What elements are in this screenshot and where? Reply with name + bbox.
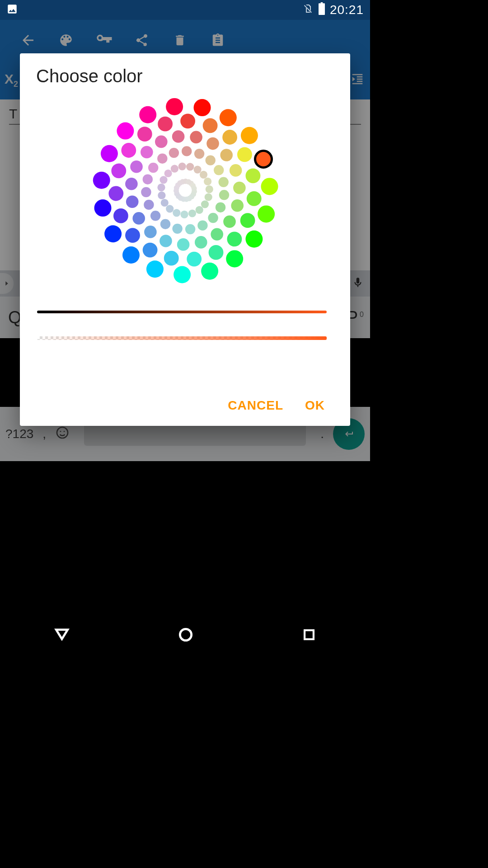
color-swatch[interactable] [229, 164, 242, 177]
color-swatch[interactable] [170, 165, 178, 173]
color-swatch[interactable] [199, 171, 207, 179]
color-swatch[interactable] [195, 236, 207, 249]
color-swatch[interactable] [157, 184, 165, 191]
color-swatch[interactable] [160, 219, 170, 229]
color-swatch[interactable] [180, 211, 188, 218]
color-swatch[interactable] [208, 245, 223, 260]
color-swatch[interactable] [142, 175, 152, 184]
color-swatch[interactable] [93, 172, 110, 189]
cancel-button[interactable]: CANCEL [228, 398, 283, 413]
color-swatch[interactable] [205, 155, 215, 165]
color-swatch[interactable] [139, 106, 156, 123]
color-swatch[interactable] [177, 238, 189, 251]
color-swatch[interactable] [261, 178, 278, 195]
color-swatch[interactable] [141, 187, 151, 197]
color-swatch[interactable] [219, 190, 229, 200]
color-swatch[interactable] [121, 143, 136, 158]
color-swatch[interactable] [220, 149, 233, 161]
color-swatch[interactable] [158, 117, 173, 132]
color-swatch[interactable] [215, 203, 225, 212]
color-swatch[interactable] [180, 113, 195, 128]
color-swatch[interactable] [172, 224, 182, 234]
color-swatch[interactable] [164, 251, 178, 266]
color-swatch[interactable] [206, 137, 219, 150]
color-swatch[interactable] [218, 177, 228, 187]
color-swatch[interactable] [246, 191, 261, 206]
color-swatch[interactable] [187, 252, 202, 267]
color-swatch[interactable] [160, 235, 172, 247]
color-swatch[interactable] [197, 221, 207, 231]
color-swatch[interactable] [237, 147, 252, 162]
color-swatch[interactable] [126, 195, 138, 208]
color-swatch[interactable] [144, 226, 157, 238]
nav-recent-button[interactable] [301, 627, 317, 644]
color-swatch[interactable] [186, 163, 194, 170]
color-swatch[interactable] [240, 213, 255, 228]
color-swatch[interactable] [188, 209, 196, 217]
color-swatch[interactable] [178, 163, 186, 170]
nav-home-button[interactable] [177, 626, 194, 645]
color-swatch[interactable] [255, 151, 272, 168]
color-swatch[interactable] [201, 263, 218, 280]
color-swatch[interactable] [111, 164, 126, 179]
color-swatch[interactable] [190, 131, 202, 144]
color-swatch[interactable] [211, 228, 223, 241]
color-swatch[interactable] [144, 200, 154, 210]
color-swatch[interactable] [169, 148, 178, 158]
color-swatch[interactable] [100, 145, 117, 162]
brightness-slider[interactable] [37, 304, 333, 320]
color-swatch[interactable] [132, 212, 145, 225]
color-swatch[interactable] [150, 211, 160, 221]
color-swatch[interactable] [186, 179, 191, 184]
color-swatch[interactable] [193, 166, 201, 174]
color-swatch[interactable] [148, 163, 158, 173]
color-swatch[interactable] [108, 186, 123, 201]
color-swatch[interactable] [164, 170, 172, 177]
color-swatch[interactable] [142, 243, 157, 258]
color-swatch[interactable] [141, 146, 153, 159]
color-swatch[interactable] [219, 109, 236, 126]
color-swatch[interactable] [174, 266, 191, 283]
color-swatch[interactable] [125, 178, 138, 190]
color-swatch[interactable] [182, 146, 192, 156]
color-swatch[interactable] [205, 185, 213, 193]
ok-button[interactable]: OK [305, 398, 325, 413]
color-swatch[interactable] [166, 205, 174, 212]
color-swatch[interactable] [113, 208, 128, 223]
color-swatch[interactable] [104, 225, 122, 242]
color-swatch[interactable] [194, 149, 204, 159]
color-swatch[interactable] [227, 232, 242, 247]
color-swatch[interactable] [130, 160, 143, 173]
color-swatch[interactable] [245, 231, 263, 248]
color-swatch[interactable] [185, 224, 195, 234]
color-swatch[interactable] [160, 199, 168, 207]
color-swatch[interactable] [226, 250, 243, 267]
color-wheel[interactable] [36, 91, 334, 290]
color-swatch[interactable] [214, 165, 224, 175]
color-swatch[interactable] [231, 199, 244, 212]
color-swatch[interactable] [233, 182, 246, 194]
color-swatch[interactable] [202, 118, 217, 133]
color-swatch[interactable] [146, 260, 163, 278]
color-swatch[interactable] [125, 228, 140, 243]
color-swatch[interactable] [223, 216, 236, 228]
color-swatch[interactable] [222, 130, 237, 145]
color-swatch[interactable] [208, 213, 218, 223]
color-swatch[interactable] [240, 127, 258, 144]
color-swatch[interactable] [166, 98, 183, 115]
color-swatch[interactable] [201, 200, 208, 208]
color-swatch[interactable] [94, 199, 111, 217]
color-swatch[interactable] [155, 136, 168, 148]
color-swatch[interactable] [193, 99, 211, 116]
color-swatch[interactable] [160, 176, 167, 184]
color-swatch[interactable] [172, 130, 184, 143]
color-swatch[interactable] [117, 123, 134, 140]
color-swatch[interactable] [195, 206, 203, 214]
color-swatch[interactable] [245, 168, 260, 183]
alpha-slider[interactable] [37, 330, 333, 346]
color-swatch[interactable] [204, 178, 211, 185]
color-swatch[interactable] [258, 205, 275, 222]
color-swatch[interactable] [158, 192, 165, 199]
color-swatch[interactable] [137, 127, 152, 142]
color-swatch[interactable] [157, 154, 167, 164]
